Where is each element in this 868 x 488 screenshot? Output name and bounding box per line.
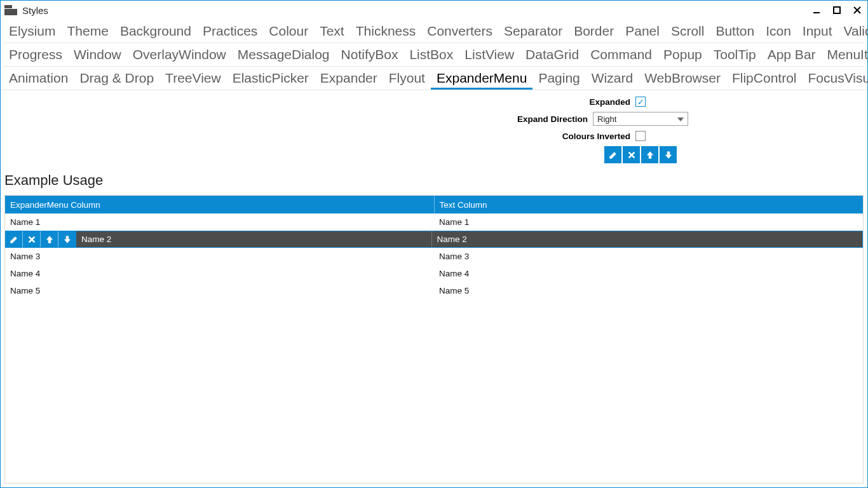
- cell-expandermenu: Name 1: [5, 214, 434, 231]
- tab-scroll[interactable]: Scroll: [665, 20, 710, 43]
- tab-command[interactable]: Command: [585, 43, 658, 66]
- tab-app-bar[interactable]: App Bar: [762, 43, 822, 66]
- expand-direction-select[interactable]: Right: [593, 112, 688, 126]
- expand-direction-label: Expand Direction: [180, 114, 593, 124]
- app-folder-icon: [4, 5, 17, 15]
- section-title: Example Usage: [1, 163, 867, 195]
- tab-flipcontrol[interactable]: FlipControl: [726, 67, 803, 90]
- tab-separator[interactable]: Separator: [498, 20, 568, 43]
- tab-window[interactable]: Window: [68, 43, 127, 66]
- minimize-button[interactable]: [806, 3, 827, 17]
- svg-marker-4: [677, 118, 684, 121]
- tab-listview[interactable]: ListView: [459, 43, 520, 66]
- tab-drag-drop[interactable]: Drag & Drop: [74, 67, 159, 90]
- edit-button[interactable]: [604, 146, 621, 163]
- tab-validation[interactable]: Validation: [838, 20, 868, 43]
- tab-datagrid[interactable]: DataGrid: [520, 43, 585, 66]
- tab-tooltip[interactable]: ToolTip: [708, 43, 762, 66]
- grid-body[interactable]: Name 1Name 1Name 2Name 2Name 3Name 3Name…: [5, 214, 863, 483]
- window-controls: [806, 3, 867, 17]
- content-area: Expanded ✓ Expand Direction Right Colour…: [1, 90, 867, 487]
- colours-inverted-checkbox[interactable]: ✓: [635, 131, 646, 141]
- arrow-up-icon: [45, 235, 54, 244]
- tab-animation[interactable]: Animation: [3, 67, 74, 90]
- table-row[interactable]: Name 2Name 2: [5, 231, 863, 248]
- arrow-down-icon: [664, 151, 673, 159]
- expanded-label: Expanded: [222, 97, 635, 107]
- cell-text: Name 2: [432, 231, 864, 248]
- tab-theme[interactable]: Theme: [62, 20, 114, 43]
- tab-listbox[interactable]: ListBox: [403, 43, 459, 66]
- tab-colour[interactable]: Colour: [263, 20, 314, 43]
- tab-focusvisualstyle[interactable]: FocusVisualStyle: [803, 67, 869, 90]
- move-up-button[interactable]: [641, 146, 658, 163]
- delete-button[interactable]: [23, 231, 41, 248]
- edit-button[interactable]: [5, 231, 23, 248]
- tab-messagedialog[interactable]: MessageDialog: [232, 43, 336, 66]
- table-row[interactable]: Name 5Name 5: [5, 282, 863, 299]
- cell-label: Name 2: [76, 234, 111, 244]
- tab-panel[interactable]: Panel: [620, 20, 665, 43]
- close-button[interactable]: [847, 3, 867, 17]
- tab-treeview[interactable]: TreeView: [159, 67, 227, 90]
- tab-strip: ElysiumThemeBackgroundPracticesColourTex…: [1, 20, 867, 90]
- table-row[interactable]: Name 4Name 4: [5, 265, 863, 282]
- expand-direction-value: Right: [597, 114, 616, 124]
- tab-paging[interactable]: Paging: [532, 67, 585, 90]
- tab-border[interactable]: Border: [568, 20, 620, 43]
- tab-elysium[interactable]: Elysium: [3, 20, 62, 43]
- column-header-expandermenu[interactable]: ExpanderMenu Column: [5, 196, 435, 214]
- cell-expandermenu: Name 3: [5, 248, 434, 265]
- colours-inverted-label: Colours Inverted: [222, 132, 635, 141]
- cell-expandermenu: Name 2: [5, 231, 432, 248]
- maximize-button[interactable]: [827, 3, 847, 17]
- window-title: Styles: [22, 5, 48, 16]
- tab-input[interactable]: Input: [797, 20, 838, 43]
- tab-menuitem[interactable]: MenuItem: [822, 43, 868, 66]
- cell-text: Name 1: [434, 214, 863, 231]
- table-row[interactable]: Name 1Name 1: [5, 214, 863, 231]
- tab-background[interactable]: Background: [114, 20, 197, 43]
- move-down-button[interactable]: [58, 231, 76, 248]
- row-action-buttons: [5, 231, 76, 248]
- tab-converters[interactable]: Converters: [421, 20, 498, 43]
- delete-button[interactable]: [623, 146, 640, 163]
- tab-popup[interactable]: Popup: [658, 43, 708, 66]
- tab-elasticpicker[interactable]: ElasticPicker: [227, 67, 315, 90]
- cell-text: Name 4: [434, 265, 863, 282]
- arrow-up-icon: [646, 151, 654, 159]
- expanded-checkbox[interactable]: ✓: [635, 97, 646, 107]
- cell-expandermenu: Name 5: [5, 282, 434, 299]
- pencil-icon: [609, 151, 618, 159]
- titlebar: Styles: [1, 1, 867, 20]
- pencil-icon: [10, 235, 18, 244]
- cell-text: Name 5: [434, 282, 863, 299]
- svg-rect-0: [813, 12, 820, 13]
- tab-button[interactable]: Button: [710, 20, 760, 43]
- tab-wizard[interactable]: Wizard: [586, 67, 639, 90]
- tab-webbrowser[interactable]: WebBrowser: [639, 67, 726, 90]
- tab-text[interactable]: Text: [314, 20, 350, 43]
- tab-notifybox[interactable]: NotifyBox: [336, 43, 404, 66]
- close-icon: [627, 151, 636, 159]
- tab-progress[interactable]: Progress: [3, 43, 68, 66]
- table-row[interactable]: Name 3Name 3: [5, 248, 863, 265]
- cell-expandermenu: Name 4: [5, 265, 434, 282]
- tab-overlaywindow[interactable]: OverlayWindow: [127, 43, 232, 66]
- action-buttons: [604, 146, 677, 163]
- arrow-down-icon: [63, 235, 72, 244]
- move-down-button[interactable]: [660, 146, 677, 163]
- tab-icon[interactable]: Icon: [760, 20, 797, 43]
- move-up-button[interactable]: [41, 231, 58, 248]
- tab-expander[interactable]: Expander: [315, 67, 383, 90]
- column-header-text[interactable]: Text Column: [435, 196, 864, 214]
- options-form: Expanded ✓ Expand Direction Right Colour…: [1, 97, 867, 163]
- tab-thickness[interactable]: Thickness: [350, 20, 422, 43]
- tab-expandermenu[interactable]: ExpanderMenu: [431, 67, 532, 90]
- app-window: Styles ElysiumThemeBackgroundPracticesCo…: [0, 0, 868, 488]
- chevron-down-icon: [676, 115, 685, 124]
- cell-text: Name 3: [434, 248, 863, 265]
- grid-header: ExpanderMenu Column Text Column: [5, 196, 863, 214]
- tab-practices[interactable]: Practices: [197, 20, 263, 43]
- tab-flyout[interactable]: Flyout: [383, 67, 431, 90]
